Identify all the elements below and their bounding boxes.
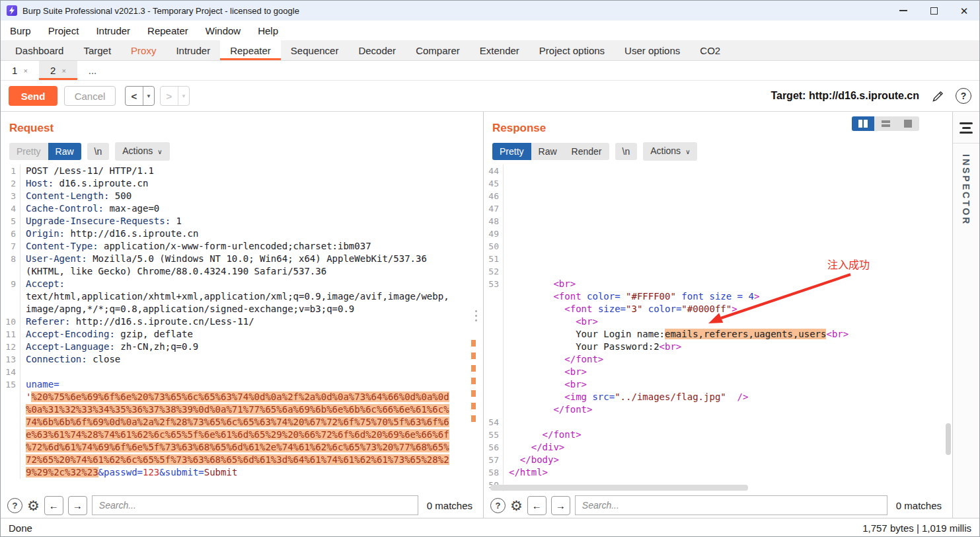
search-help-icon[interactable]: ? [490,498,506,513]
repeater-tab-more[interactable]: ... [77,61,108,80]
code-line: 2Host: d16.s.iproute.cn [1,177,483,190]
request-search-input[interactable] [92,495,418,515]
menu-help[interactable]: Help [249,25,287,36]
gear-icon[interactable]: ⚙ [27,499,40,513]
repeater-tab-bar: 1×2×... [1,61,979,81]
help-icon[interactable]: ? [956,88,971,104]
history-back-button[interactable]: < ▼ [125,86,155,106]
edit-target-icon[interactable] [931,89,945,103]
line-number: 14 [1,366,20,378]
burp-suite-window: { "window": { "title": "Burp Suite Profe… [0,0,980,537]
repeater-tab-1[interactable]: 1× [1,61,39,80]
code-line: 55 </font> [484,429,952,441]
layout-columns-button[interactable] [852,116,874,131]
line-number [484,315,504,328]
search-help-icon[interactable]: ? [7,498,22,513]
response-panel: Response Pretty Raw Render \n Actions∨ 注… [484,112,952,518]
tab-sequencer[interactable]: Sequencer [281,40,349,60]
line-number: 49 [484,227,504,240]
tab-proxy[interactable]: Proxy [121,40,166,60]
menu-intruder[interactable]: Intruder [87,25,139,36]
code-line: 44 [484,165,952,177]
request-tab-raw[interactable]: Raw [48,143,81,160]
line-number [484,290,504,303]
cancel-button[interactable]: Cancel [64,86,116,106]
line-number: 5 [1,215,20,227]
tab-co2[interactable]: CO2 [690,40,730,60]
tab-dashboard[interactable]: Dashboard [5,40,73,60]
response-tab-newline[interactable]: \n [615,143,638,160]
layout-toggle-group [852,116,919,131]
repeater-tab-2[interactable]: 2× [39,61,77,80]
line-number [484,378,504,391]
layout-rows-button[interactable] [874,116,897,131]
line-number: 50 [484,240,504,253]
prev-match-button[interactable]: ← [527,496,547,515]
next-match-button[interactable]: → [551,496,570,515]
tab-close-icon[interactable]: × [61,67,65,75]
line-number: 48 [484,215,504,227]
response-tab-raw[interactable]: Raw [531,143,564,160]
response-tab-render[interactable]: Render [564,143,609,160]
code-line: </font> [484,353,952,366]
request-editor[interactable]: 1POST /Less-11/ HTTP/1.12Host: d16.s.ipr… [1,163,483,493]
send-button[interactable]: Send [9,86,57,106]
status-done: Done [9,522,32,534]
line-number: 53 [484,278,504,290]
line-number: 57 [484,454,504,466]
request-match-count: 0 matches [423,500,476,511]
maximize-button[interactable] [919,1,949,21]
line-number [1,403,20,416]
tab-extender[interactable]: Extender [470,40,529,60]
request-panel: Request Pretty Raw \n Actions∨ 1POST /Le… [1,112,484,518]
code-line: text/html,application/xhtml+xml,applicat… [1,290,483,303]
response-editor[interactable]: 注入成功 44454647484950515253 <br> <font col… [484,163,952,493]
code-line: </font> [484,403,952,416]
tab-target[interactable]: Target [73,40,121,60]
response-actions-label: Actions [650,145,681,156]
line-number: 10 [1,315,20,328]
menu-burp[interactable]: Burp [1,25,40,36]
tab-repeater[interactable]: Repeater [220,40,281,60]
line-number: 46 [484,190,504,202]
line-number [484,353,504,366]
close-button[interactable]: ✕ [949,1,979,21]
tab-project-options[interactable]: Project options [529,40,615,60]
code-line: 51 [484,253,952,265]
response-horizontal-scrollbar[interactable] [490,485,748,491]
menu-window[interactable]: Window [197,25,249,36]
code-line: 8User-Agent: Mozilla/5.0 (Windows NT 10.… [1,253,483,265]
tab-decoder[interactable]: Decoder [348,40,406,60]
forward-dropdown-icon[interactable]: ▼ [178,87,189,105]
request-actions-button[interactable]: Actions∨ [115,142,169,161]
code-line: 47 [484,202,952,215]
next-match-button[interactable]: → [68,496,87,515]
response-search-input[interactable] [575,495,887,515]
request-tab-pretty[interactable]: Pretty [9,143,48,160]
response-actions-button[interactable]: Actions∨ [643,142,697,161]
inspector-sidebar: INSPECTOR [952,112,979,518]
code-line: image/apng,*/*;q=0.8,application/signed-… [1,303,483,315]
tab-intruder[interactable]: Intruder [166,40,220,60]
response-vertical-scrollbar[interactable] [946,423,951,455]
gear-icon[interactable]: ⚙ [510,499,523,513]
tab-user-options[interactable]: User options [615,40,690,60]
back-dropdown-icon[interactable]: ▼ [143,87,154,105]
line-number: 2 [1,177,20,190]
request-tab-newline[interactable]: \n [87,143,110,160]
menu-project[interactable]: Project [40,25,88,36]
tab-comparer[interactable]: Comparer [406,40,470,60]
history-forward-button[interactable]: > ▼ [160,86,190,106]
response-tab-pretty[interactable]: Pretty [492,143,531,160]
line-number [484,341,504,353]
minimize-button[interactable] [888,1,919,21]
layout-single-button[interactable] [897,116,919,131]
menu-repeater[interactable]: Repeater [139,25,197,36]
inspector-label[interactable]: INSPECTOR [961,154,971,226]
code-line: e%63%61%74%28%74%61%62%6c%65%5f%6e%61%6d… [1,429,483,441]
inspector-menu-icon[interactable] [953,122,979,144]
tab-close-icon[interactable]: × [23,67,27,75]
panel-split-handle[interactable] [475,310,477,321]
prev-match-button[interactable]: ← [44,496,63,515]
request-view-tabs: Pretty Raw \n Actions∨ [9,142,474,161]
